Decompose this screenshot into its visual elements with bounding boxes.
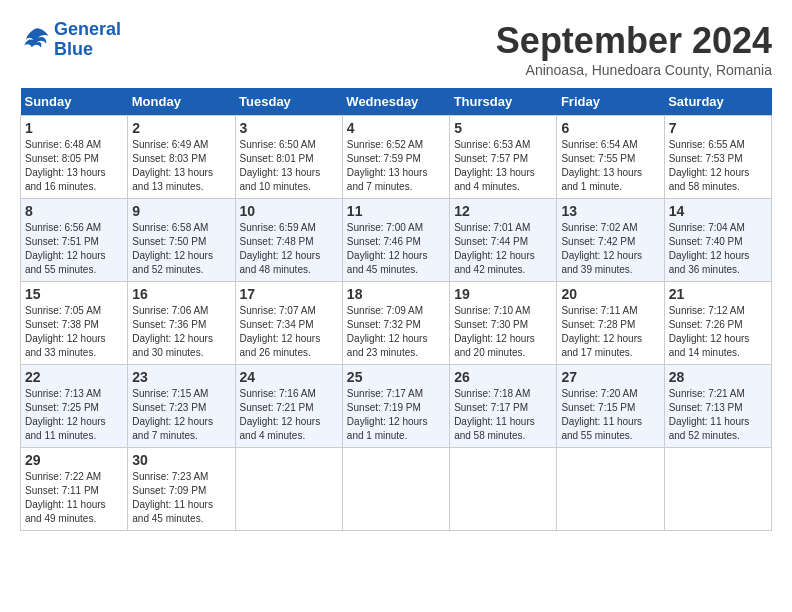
day-number: 17 — [240, 286, 338, 302]
day-cell-4: 4Sunrise: 6:52 AM Sunset: 7:59 PM Daylig… — [342, 116, 449, 199]
day-cell-25: 25Sunrise: 7:17 AM Sunset: 7:19 PM Dayli… — [342, 365, 449, 448]
day-number: 3 — [240, 120, 338, 136]
day-info: Sunrise: 7:22 AM Sunset: 7:11 PM Dayligh… — [25, 470, 123, 526]
day-number: 22 — [25, 369, 123, 385]
day-number: 29 — [25, 452, 123, 468]
day-info: Sunrise: 7:10 AM Sunset: 7:30 PM Dayligh… — [454, 304, 552, 360]
day-cell-24: 24Sunrise: 7:16 AM Sunset: 7:21 PM Dayli… — [235, 365, 342, 448]
day-number: 13 — [561, 203, 659, 219]
day-info: Sunrise: 6:58 AM Sunset: 7:50 PM Dayligh… — [132, 221, 230, 277]
day-cell-14: 14Sunrise: 7:04 AM Sunset: 7:40 PM Dayli… — [664, 199, 771, 282]
day-cell-11: 11Sunrise: 7:00 AM Sunset: 7:46 PM Dayli… — [342, 199, 449, 282]
day-number: 20 — [561, 286, 659, 302]
empty-cell — [235, 448, 342, 531]
day-info: Sunrise: 7:00 AM Sunset: 7:46 PM Dayligh… — [347, 221, 445, 277]
week-row-4: 22Sunrise: 7:13 AM Sunset: 7:25 PM Dayli… — [21, 365, 772, 448]
empty-cell — [342, 448, 449, 531]
day-cell-6: 6Sunrise: 6:54 AM Sunset: 7:55 PM Daylig… — [557, 116, 664, 199]
day-info: Sunrise: 7:15 AM Sunset: 7:23 PM Dayligh… — [132, 387, 230, 443]
day-cell-9: 9Sunrise: 6:58 AM Sunset: 7:50 PM Daylig… — [128, 199, 235, 282]
day-number: 15 — [25, 286, 123, 302]
title-area: September 2024 Aninoasa, Hunedoara Count… — [496, 20, 772, 78]
day-number: 9 — [132, 203, 230, 219]
header: General Blue September 2024 Aninoasa, Hu… — [20, 20, 772, 78]
column-header-sunday: Sunday — [21, 88, 128, 116]
day-info: Sunrise: 7:02 AM Sunset: 7:42 PM Dayligh… — [561, 221, 659, 277]
month-title: September 2024 — [496, 20, 772, 62]
day-number: 4 — [347, 120, 445, 136]
day-cell-28: 28Sunrise: 7:21 AM Sunset: 7:13 PM Dayli… — [664, 365, 771, 448]
week-row-5: 29Sunrise: 7:22 AM Sunset: 7:11 PM Dayli… — [21, 448, 772, 531]
column-header-tuesday: Tuesday — [235, 88, 342, 116]
day-number: 28 — [669, 369, 767, 385]
day-number: 23 — [132, 369, 230, 385]
day-cell-29: 29Sunrise: 7:22 AM Sunset: 7:11 PM Dayli… — [21, 448, 128, 531]
day-cell-3: 3Sunrise: 6:50 AM Sunset: 8:01 PM Daylig… — [235, 116, 342, 199]
day-cell-7: 7Sunrise: 6:55 AM Sunset: 7:53 PM Daylig… — [664, 116, 771, 199]
day-number: 30 — [132, 452, 230, 468]
day-number: 25 — [347, 369, 445, 385]
day-info: Sunrise: 6:48 AM Sunset: 8:05 PM Dayligh… — [25, 138, 123, 194]
day-number: 5 — [454, 120, 552, 136]
day-cell-22: 22Sunrise: 7:13 AM Sunset: 7:25 PM Dayli… — [21, 365, 128, 448]
day-number: 16 — [132, 286, 230, 302]
day-cell-2: 2Sunrise: 6:49 AM Sunset: 8:03 PM Daylig… — [128, 116, 235, 199]
day-number: 26 — [454, 369, 552, 385]
calendar-header-row: SundayMondayTuesdayWednesdayThursdayFrid… — [21, 88, 772, 116]
day-info: Sunrise: 7:07 AM Sunset: 7:34 PM Dayligh… — [240, 304, 338, 360]
day-info: Sunrise: 7:17 AM Sunset: 7:19 PM Dayligh… — [347, 387, 445, 443]
day-cell-5: 5Sunrise: 6:53 AM Sunset: 7:57 PM Daylig… — [450, 116, 557, 199]
empty-cell — [557, 448, 664, 531]
day-cell-1: 1Sunrise: 6:48 AM Sunset: 8:05 PM Daylig… — [21, 116, 128, 199]
day-info: Sunrise: 6:55 AM Sunset: 7:53 PM Dayligh… — [669, 138, 767, 194]
day-number: 10 — [240, 203, 338, 219]
logo-text: General Blue — [54, 20, 121, 60]
day-info: Sunrise: 6:56 AM Sunset: 7:51 PM Dayligh… — [25, 221, 123, 277]
day-number: 6 — [561, 120, 659, 136]
day-cell-17: 17Sunrise: 7:07 AM Sunset: 7:34 PM Dayli… — [235, 282, 342, 365]
day-cell-8: 8Sunrise: 6:56 AM Sunset: 7:51 PM Daylig… — [21, 199, 128, 282]
week-row-1: 1Sunrise: 6:48 AM Sunset: 8:05 PM Daylig… — [21, 116, 772, 199]
day-cell-20: 20Sunrise: 7:11 AM Sunset: 7:28 PM Dayli… — [557, 282, 664, 365]
location-subtitle: Aninoasa, Hunedoara County, Romania — [496, 62, 772, 78]
logo-icon — [20, 25, 50, 55]
day-number: 8 — [25, 203, 123, 219]
day-cell-18: 18Sunrise: 7:09 AM Sunset: 7:32 PM Dayli… — [342, 282, 449, 365]
day-info: Sunrise: 6:50 AM Sunset: 8:01 PM Dayligh… — [240, 138, 338, 194]
day-cell-19: 19Sunrise: 7:10 AM Sunset: 7:30 PM Dayli… — [450, 282, 557, 365]
day-info: Sunrise: 7:18 AM Sunset: 7:17 PM Dayligh… — [454, 387, 552, 443]
day-number: 2 — [132, 120, 230, 136]
column-header-friday: Friday — [557, 88, 664, 116]
day-cell-13: 13Sunrise: 7:02 AM Sunset: 7:42 PM Dayli… — [557, 199, 664, 282]
week-row-3: 15Sunrise: 7:05 AM Sunset: 7:38 PM Dayli… — [21, 282, 772, 365]
column-header-thursday: Thursday — [450, 88, 557, 116]
day-info: Sunrise: 7:04 AM Sunset: 7:40 PM Dayligh… — [669, 221, 767, 277]
day-number: 24 — [240, 369, 338, 385]
day-cell-10: 10Sunrise: 6:59 AM Sunset: 7:48 PM Dayli… — [235, 199, 342, 282]
day-info: Sunrise: 7:16 AM Sunset: 7:21 PM Dayligh… — [240, 387, 338, 443]
empty-cell — [664, 448, 771, 531]
day-info: Sunrise: 7:23 AM Sunset: 7:09 PM Dayligh… — [132, 470, 230, 526]
day-info: Sunrise: 6:54 AM Sunset: 7:55 PM Dayligh… — [561, 138, 659, 194]
day-info: Sunrise: 6:49 AM Sunset: 8:03 PM Dayligh… — [132, 138, 230, 194]
day-number: 19 — [454, 286, 552, 302]
day-number: 1 — [25, 120, 123, 136]
day-cell-15: 15Sunrise: 7:05 AM Sunset: 7:38 PM Dayli… — [21, 282, 128, 365]
day-info: Sunrise: 7:20 AM Sunset: 7:15 PM Dayligh… — [561, 387, 659, 443]
day-cell-26: 26Sunrise: 7:18 AM Sunset: 7:17 PM Dayli… — [450, 365, 557, 448]
day-number: 21 — [669, 286, 767, 302]
empty-cell — [450, 448, 557, 531]
day-number: 12 — [454, 203, 552, 219]
day-info: Sunrise: 7:06 AM Sunset: 7:36 PM Dayligh… — [132, 304, 230, 360]
day-info: Sunrise: 7:05 AM Sunset: 7:38 PM Dayligh… — [25, 304, 123, 360]
day-info: Sunrise: 6:53 AM Sunset: 7:57 PM Dayligh… — [454, 138, 552, 194]
column-header-monday: Monday — [128, 88, 235, 116]
day-cell-21: 21Sunrise: 7:12 AM Sunset: 7:26 PM Dayli… — [664, 282, 771, 365]
day-cell-30: 30Sunrise: 7:23 AM Sunset: 7:09 PM Dayli… — [128, 448, 235, 531]
day-info: Sunrise: 7:11 AM Sunset: 7:28 PM Dayligh… — [561, 304, 659, 360]
day-number: 7 — [669, 120, 767, 136]
day-cell-27: 27Sunrise: 7:20 AM Sunset: 7:15 PM Dayli… — [557, 365, 664, 448]
day-cell-23: 23Sunrise: 7:15 AM Sunset: 7:23 PM Dayli… — [128, 365, 235, 448]
day-info: Sunrise: 7:21 AM Sunset: 7:13 PM Dayligh… — [669, 387, 767, 443]
week-row-2: 8Sunrise: 6:56 AM Sunset: 7:51 PM Daylig… — [21, 199, 772, 282]
